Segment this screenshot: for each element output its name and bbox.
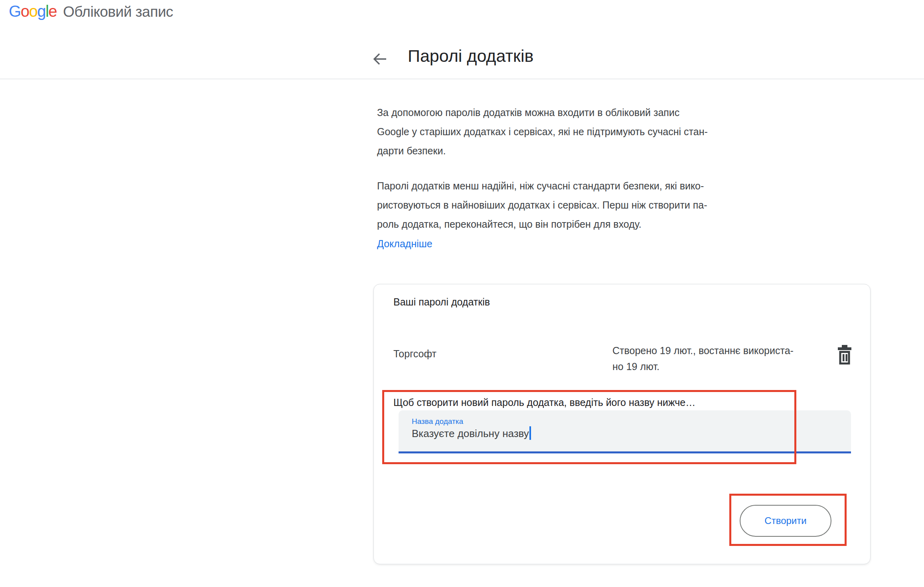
- input-focus-underline: [399, 451, 851, 453]
- text-cursor: [529, 426, 531, 440]
- header-divider: [0, 79, 924, 79]
- create-password-prompt: Щоб створити новий пароль додатка, введі…: [393, 397, 792, 408]
- create-button[interactable]: Створити: [740, 505, 831, 537]
- logo-letter: G: [9, 2, 21, 20]
- app-name-input-label: Назва додатка: [412, 417, 463, 426]
- logo-letter: o: [29, 2, 37, 20]
- password-name: Торгсофт: [393, 348, 436, 360]
- account-product-label: Обліковий запис: [63, 4, 173, 20]
- logo-letter: o: [21, 2, 29, 20]
- app-name-input[interactable]: Назва додатка Вказуєте довільну назву: [399, 410, 851, 451]
- page-title: Паролі додатків: [408, 46, 533, 66]
- back-button[interactable]: [370, 50, 389, 69]
- intro-paragraph-2: Паролі додатків менш надійні, ніж сучасн…: [377, 176, 824, 234]
- logo-letter: e: [48, 2, 57, 20]
- arrow-left-icon: [371, 50, 389, 70]
- card-title: Ваші паролі додатків: [393, 296, 490, 308]
- learn-more-link[interactable]: Докладніше: [377, 236, 432, 251]
- app-passwords-card: Ваші паролі додатків Торгсофт Створено 1…: [373, 284, 871, 564]
- logo-letter: g: [37, 2, 45, 20]
- intro-section: За допомогою паролів додатків можна вход…: [377, 103, 824, 251]
- google-logo: Google: [9, 2, 57, 20]
- password-meta: Створено 19 лют., востаннє використа- но…: [612, 343, 836, 374]
- app-header: Google Обліковий запис: [9, 2, 173, 20]
- trash-icon: [837, 345, 852, 367]
- delete-password-button[interactable]: [833, 345, 856, 370]
- intro-paragraph-1: За допомогою паролів додатків можна вход…: [377, 103, 824, 160]
- app-name-input-value: Вказуєте довільну назву: [412, 426, 531, 440]
